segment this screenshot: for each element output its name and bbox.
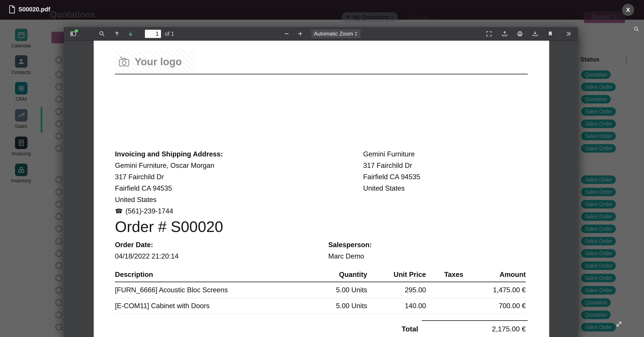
total-row: Total 2,175.00 €	[402, 324, 526, 334]
find-button[interactable]	[97, 29, 107, 39]
more-tools-button[interactable]	[564, 29, 573, 39]
close-button[interactable]: X	[622, 4, 634, 16]
invoice-shipping-address: Invoicing and Shipping Address: Gemini F…	[115, 148, 223, 217]
line-items-header-row: Description Quantity Unit Price Taxes Am…	[115, 268, 526, 282]
line-item-description: [E-COM11] Cabinet with Doors	[115, 298, 294, 314]
pdf-viewer-body[interactable]: Your logo Invoicing and Shipping Address…	[64, 41, 578, 337]
zoom-select[interactable]: Automatic Zoom	[311, 29, 361, 38]
page-number-input[interactable]	[145, 30, 161, 38]
download-button[interactable]	[530, 29, 540, 39]
zoom-out-button[interactable]	[282, 29, 292, 39]
zoom-in-button[interactable]	[296, 29, 305, 39]
pdf-page: Your logo Invoicing and Shipping Address…	[94, 41, 549, 337]
line-item-value: 700.00 €	[463, 298, 526, 314]
line-item-value	[426, 298, 463, 314]
corner-search-icon[interactable]	[633, 26, 640, 32]
bookmark-button[interactable]	[546, 29, 555, 39]
column-header: Description	[115, 268, 294, 282]
order-date-label: Order Date:	[115, 239, 153, 251]
file-icon	[9, 5, 15, 13]
zoom-select-value: Automatic Zoom	[314, 31, 353, 37]
address-line: 317 Fairchild Dr	[115, 171, 223, 183]
total-label: Total	[402, 324, 418, 334]
line-item-value: 1,475.00 €	[463, 282, 526, 298]
address-line: United States	[363, 183, 420, 194]
line-item-value	[426, 282, 463, 298]
open-file-button[interactable]	[500, 29, 510, 39]
column-header: Taxes	[426, 268, 463, 282]
company-address: Gemini Furniture 317 Fairchild Dr Fairfi…	[363, 148, 420, 194]
line-item-value: 5.00 Units	[294, 298, 367, 314]
page-down-button[interactable]	[126, 29, 136, 39]
line-item-description: [FURN_6666] Acoustic Bloc Screens	[115, 282, 294, 298]
phone-icon: ☎	[115, 205, 123, 217]
address-line: Fairfield CA 94535	[115, 183, 223, 194]
column-header: Amount	[463, 268, 526, 282]
logo-placeholder: Your logo	[115, 50, 196, 74]
line-item-row: [E-COM11] Cabinet with Doors5.00 Units14…	[115, 298, 526, 314]
expand-icon[interactable]	[615, 320, 623, 328]
notification-dot	[75, 29, 78, 32]
address-line: 317 Fairchild Dr	[363, 160, 420, 171]
camera-plus-icon	[118, 56, 130, 67]
presentation-mode-button[interactable]	[484, 29, 494, 39]
page-count-label: of 1	[165, 31, 174, 37]
address-line: Gemini Furniture	[363, 148, 420, 160]
header-rule	[115, 74, 528, 74]
pdf-toolbar: of 1 Automatic Zoom	[64, 27, 578, 41]
total-amount: 2,175.00 €	[492, 324, 526, 334]
order-title: Order # S00020	[115, 217, 223, 237]
line-item-value: 140.00	[367, 298, 426, 314]
screen: Quotations Calendar Contacts CRM	[0, 0, 644, 337]
address-line: Fairfield CA 94535	[363, 171, 420, 183]
pdf-viewer-window: of 1 Automatic Zoom	[64, 27, 578, 337]
address-line: United States	[115, 194, 223, 205]
print-button[interactable]	[515, 29, 525, 39]
line-item-value: 5.00 Units	[294, 282, 367, 298]
order-date-value: 04/18/2022 21:20:14	[115, 251, 178, 262]
sidebar-toggle-button[interactable]	[68, 29, 78, 39]
pdf-modal-header: S00020.pdf X	[0, 0, 644, 20]
column-header: Quantity	[294, 268, 367, 282]
select-arrows-icon	[354, 31, 358, 36]
invoice-address-label: Invoicing and Shipping Address:	[115, 148, 223, 160]
line-items-body: [FURN_6666] Acoustic Bloc Screens5.00 Un…	[115, 282, 526, 314]
logo-placeholder-text: Your logo	[134, 56, 182, 68]
column-header: Unit Price	[367, 268, 426, 282]
line-item-row: [FURN_6666] Acoustic Bloc Screens5.00 Un…	[115, 282, 526, 298]
line-items-table: Description Quantity Unit Price Taxes Am…	[115, 268, 526, 314]
modal-filename: S00020.pdf	[18, 6, 50, 13]
address-line: Gemini Furniture, Oscar Morgan	[115, 160, 223, 171]
phone-line: ☎ (561)-239-1744	[115, 205, 223, 217]
line-item-value: 295.00	[367, 282, 426, 298]
phone-number: (561)-239-1744	[126, 205, 173, 217]
salesperson-value: Marc Demo	[328, 251, 364, 262]
total-rule	[422, 320, 528, 321]
toolbar-separator	[560, 30, 560, 37]
page-up-button[interactable]	[112, 29, 122, 39]
salesperson-label: Salesperson:	[328, 239, 372, 251]
